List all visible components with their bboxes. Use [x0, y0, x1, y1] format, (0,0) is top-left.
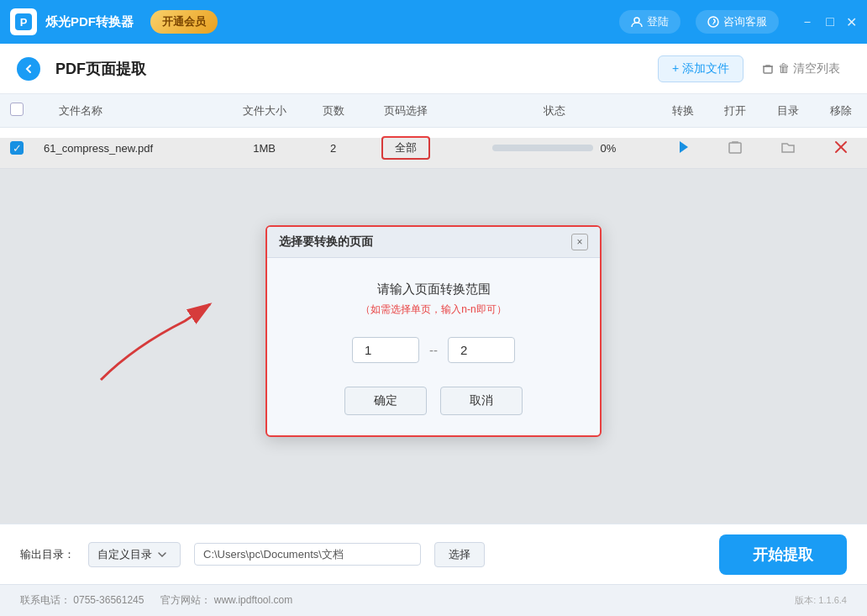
window-controls: － □ ✕ — [801, 13, 857, 31]
svg-rect-4 — [764, 66, 772, 73]
dialog-titlebar: 选择要转换的页面 × — [267, 227, 600, 258]
col-open: 打开 — [709, 94, 762, 128]
bottom-bar: 输出目录： 自定义目录 选择 开始提取 — [0, 524, 867, 584]
app-logo: P — [10, 8, 37, 35]
main-area: 文件名称 文件大小 页数 页码选择 状态 转换 打开 目录 移除 ✓ 61_co… — [0, 94, 867, 524]
select-dir-button[interactable]: 选择 — [434, 542, 485, 567]
col-remove: 移除 — [814, 94, 867, 128]
svg-point-3 — [708, 17, 718, 27]
toolbar: PDF页面提取 + 添加文件 🗑 清空列表 — [0, 44, 867, 94]
dialog-main-text: 请输入页面转换范围 — [292, 282, 575, 297]
col-status: 状态 — [452, 94, 656, 128]
dir-select-dropdown[interactable]: 自定义目录 — [88, 542, 181, 567]
add-file-button[interactable]: + 添加文件 — [658, 55, 744, 82]
col-filename: 文件名称 — [34, 94, 222, 128]
dialog-button-row: 确定 取消 — [292, 387, 575, 415]
footer: 联系电话： 0755-36561245 官方网站： www.ipdftool.c… — [0, 584, 867, 616]
page-range-dialog: 选择要转换的页面 × 请输入页面转换范围 （如需选择单页，输入n-n即可） --… — [265, 225, 602, 437]
dir-path-input[interactable] — [194, 543, 421, 566]
page-title: PDF页面提取 — [55, 59, 146, 79]
website-label: 官方网站： www.ipdftool.com — [160, 593, 292, 608]
range-separator: -- — [429, 343, 438, 357]
range-start-input[interactable] — [352, 337, 419, 363]
dialog-title: 选择要转换的页面 — [279, 234, 373, 250]
select-all-checkbox[interactable] — [10, 103, 24, 116]
dialog-confirm-button[interactable]: 确定 — [344, 387, 427, 415]
col-pages: 页数 — [307, 94, 360, 128]
close-button[interactable]: ✕ — [846, 14, 857, 30]
range-end-input[interactable] — [448, 337, 515, 363]
minimize-button[interactable]: － — [801, 13, 814, 31]
version-badge: 版本: 1.1.6.4 — [795, 594, 847, 607]
start-button[interactable]: 开始提取 — [719, 534, 847, 575]
col-filesize: 文件大小 — [222, 94, 307, 128]
maximize-button[interactable]: □ — [826, 14, 834, 29]
dialog-overlay: 选择要转换的页面 × 请输入页面转换范围 （如需选择单页，输入n-n即可） --… — [0, 138, 867, 524]
dialog-range-row: -- — [292, 337, 575, 363]
titlebar: P 烁光PDF转换器 开通会员 登陆 咨询客服 － □ ✕ — [0, 0, 867, 44]
login-button[interactable]: 登陆 — [619, 10, 680, 34]
dialog-cancel-button[interactable]: 取消 — [440, 387, 523, 415]
vip-button[interactable]: 开通会员 — [150, 10, 218, 34]
clear-list-button[interactable]: 🗑 清空列表 — [752, 56, 850, 82]
col-convert: 转换 — [656, 94, 709, 128]
col-page-select: 页码选择 — [360, 94, 452, 128]
dialog-close-button[interactable]: × — [571, 234, 588, 250]
dialog-body: 请输入页面转换范围 （如需选择单页，输入n-n即可） -- 确定 取消 — [267, 258, 600, 435]
back-button[interactable] — [17, 57, 40, 81]
support-button[interactable]: 咨询客服 — [696, 10, 779, 34]
col-dir: 目录 — [762, 94, 815, 128]
dialog-sub-text: （如需选择单页，输入n-n即可） — [292, 303, 575, 317]
svg-text:P: P — [20, 16, 28, 29]
app-name: 烁光PDF转换器 — [45, 14, 134, 30]
phone-label: 联系电话： 0755-36561245 — [20, 593, 144, 608]
output-label: 输出目录： — [20, 547, 75, 562]
svg-point-2 — [634, 18, 639, 23]
